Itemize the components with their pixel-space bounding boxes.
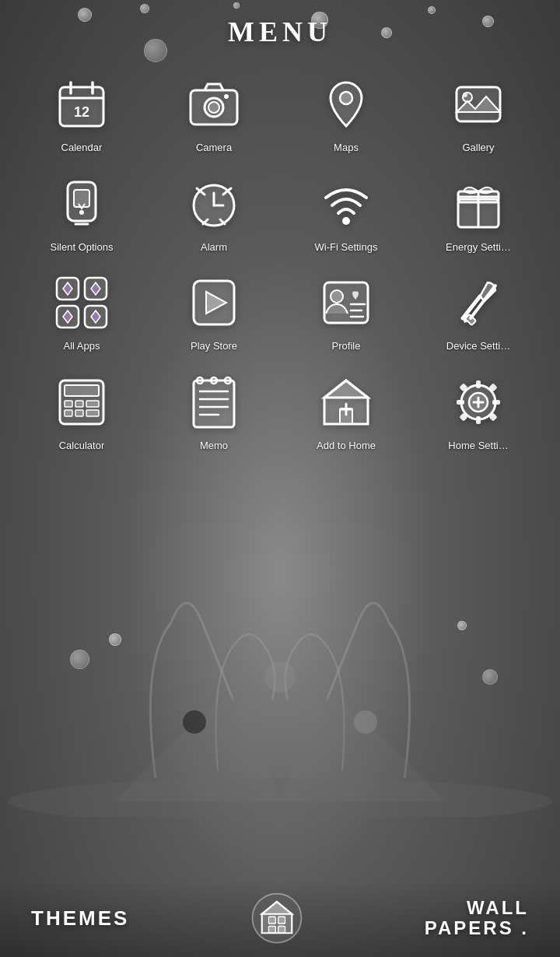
apps-grid: 12 Calendar Camera	[0, 56, 560, 468]
app-label-maps: Maps	[334, 142, 359, 154]
svg-rect-50	[75, 401, 83, 407]
svg-point-12	[224, 94, 229, 99]
bottom-bar: THEMES WALLPAPERS .	[0, 879, 560, 957]
addtohome-icon	[315, 371, 377, 433]
app-item-calculator[interactable]: Calculator	[16, 362, 148, 461]
app-label-alarm: Alarm	[201, 241, 227, 254]
calendar-icon: 12	[51, 73, 113, 135]
app-label-homesettings: Home Setti…	[448, 440, 508, 452]
app-label-playstore: Play Store	[191, 340, 237, 352]
svg-rect-54	[86, 410, 99, 416]
wallpapers-button[interactable]: WALLPAPERS .	[425, 898, 529, 939]
app-item-memo[interactable]: Memo	[148, 362, 280, 461]
svg-point-28	[342, 217, 350, 225]
app-label-wifi: Wi-Fi Settings	[315, 241, 378, 254]
svg-rect-53	[75, 410, 83, 416]
svg-rect-69	[476, 416, 481, 424]
app-label-gallery: Gallery	[462, 142, 494, 154]
energy-icon	[447, 173, 509, 235]
app-label-silent: Silent Options	[51, 241, 114, 254]
app-item-calendar[interactable]: 12 Calendar	[16, 64, 148, 163]
svg-rect-52	[65, 410, 72, 416]
homesettings-icon	[447, 371, 509, 433]
app-label-calendar: Calendar	[61, 142, 103, 154]
app-label-calculator: Calculator	[59, 440, 105, 452]
app-item-profile[interactable]: Profile	[280, 262, 412, 362]
svg-rect-82	[278, 927, 285, 934]
app-item-energy[interactable]: Energy Setti…	[412, 163, 544, 263]
playstore-icon	[183, 272, 245, 334]
memo-icon	[183, 371, 245, 433]
app-label-addtohome: Add to Home	[317, 440, 376, 452]
app-item-homesettings[interactable]: Home Setti…	[412, 362, 544, 461]
svg-rect-48	[65, 385, 99, 396]
svg-rect-81	[269, 927, 276, 934]
app-item-devicesettings[interactable]: Device Setti…	[412, 262, 544, 362]
themes-button[interactable]: THEMES	[31, 906, 129, 931]
gallery-icon	[447, 73, 509, 135]
svg-rect-71	[492, 400, 500, 405]
svg-rect-51	[86, 401, 99, 407]
allapps-icon	[51, 272, 113, 334]
wifi-icon	[315, 173, 377, 235]
camera-icon	[183, 73, 245, 135]
svg-rect-79	[269, 917, 276, 924]
svg-rect-68	[476, 380, 481, 388]
app-label-camera: Camera	[196, 142, 232, 154]
alarm-icon	[183, 173, 245, 235]
svg-rect-49	[65, 401, 72, 407]
app-label-allapps: All Apps	[64, 340, 100, 352]
app-item-allapps[interactable]: All Apps	[16, 262, 148, 362]
silent-icon	[51, 173, 113, 235]
app-item-silent[interactable]: Silent Options	[16, 163, 148, 263]
app-label-memo: Memo	[200, 440, 228, 452]
devicesettings-icon	[447, 272, 509, 334]
app-item-addtohome[interactable]: Add to Home	[280, 362, 412, 461]
app-item-maps[interactable]: Maps	[280, 64, 412, 163]
svg-point-11	[208, 102, 219, 113]
app-item-alarm[interactable]: Alarm	[148, 163, 280, 263]
svg-rect-18	[74, 190, 89, 207]
svg-point-13	[340, 92, 352, 104]
svg-rect-46	[465, 314, 476, 325]
app-label-profile: Profile	[332, 340, 361, 352]
app-item-camera[interactable]: Camera	[148, 64, 280, 163]
svg-point-20	[79, 210, 84, 215]
app-label-devicesettings: Device Setti…	[446, 340, 510, 352]
profile-icon	[315, 272, 377, 334]
svg-point-40	[331, 290, 343, 303]
maps-icon	[315, 73, 377, 135]
app-item-playstore[interactable]: Play Store	[148, 262, 280, 362]
svg-text:12: 12	[74, 104, 89, 120]
home-button[interactable]	[246, 887, 308, 949]
app-item-gallery[interactable]: Gallery	[412, 64, 544, 163]
svg-rect-70	[457, 400, 464, 405]
calculator-icon	[51, 371, 113, 433]
page-title: MENU	[228, 16, 332, 48]
svg-rect-80	[278, 917, 285, 924]
svg-rect-55	[194, 380, 234, 427]
app-label-energy: Energy Setti…	[446, 241, 511, 254]
svg-point-16	[463, 93, 467, 97]
app-item-wifi[interactable]: Wi-Fi Settings	[280, 163, 412, 263]
